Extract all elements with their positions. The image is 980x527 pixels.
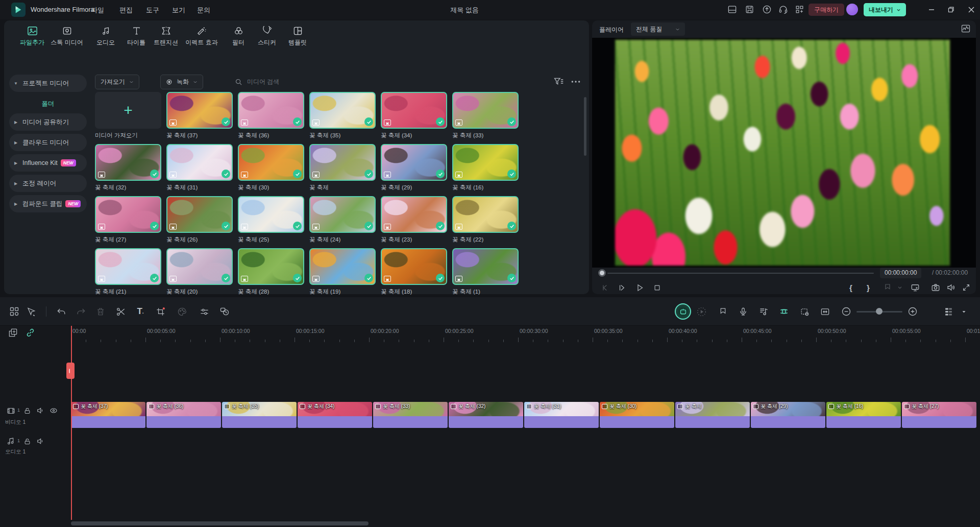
timeline-clip[interactable]: 꽃 축제 (30) <box>600 402 674 428</box>
media-tile[interactable] <box>452 196 519 233</box>
media-tile[interactable] <box>309 92 376 129</box>
adjust-sliders-icon[interactable] <box>198 305 210 318</box>
record-dropdown[interactable]: 녹화 <box>160 75 203 89</box>
video-visibility-icon[interactable] <box>49 406 58 415</box>
video-lock-icon[interactable] <box>22 406 32 415</box>
playback-progress-handle[interactable] <box>598 269 606 277</box>
minimize-button[interactable] <box>926 4 937 15</box>
histogram-icon[interactable] <box>961 23 971 34</box>
auto-clip-icon[interactable] <box>798 305 811 318</box>
track-layout-chevron-icon[interactable] <box>958 305 970 318</box>
media-tile[interactable] <box>452 92 519 129</box>
secondary-display-button[interactable] <box>910 282 921 293</box>
timeline-clip[interactable]: 꽃 축제 (31) <box>524 402 599 428</box>
timeline-clip[interactable]: 꽃 축제 (16) <box>826 402 901 428</box>
sidebar-item-2[interactable]: ▶미디어 공유하기 <box>9 113 87 131</box>
marker-flag-icon[interactable] <box>717 305 729 318</box>
media-search[interactable]: 미디어 검색 <box>235 78 279 86</box>
previous-frame-button[interactable] <box>599 282 610 293</box>
media-tile[interactable] <box>95 196 161 233</box>
media-tile[interactable] <box>452 248 519 285</box>
filter-icon[interactable] <box>553 76 564 87</box>
media-tile[interactable] <box>166 92 233 129</box>
split-scissors-icon[interactable] <box>114 305 127 318</box>
menu-2[interactable]: 편집 <box>119 6 133 15</box>
save-icon[interactable] <box>745 5 755 15</box>
media-tile[interactable] <box>166 196 233 233</box>
crop-icon[interactable] <box>154 305 166 318</box>
import-dropdown[interactable]: 가져오기 <box>95 75 139 89</box>
timeline-clip[interactable]: 꽃 축제 (36) <box>146 402 221 428</box>
tab-stock[interactable]: 스톡 미디어 <box>45 25 89 50</box>
mark-in-button[interactable]: { <box>845 282 856 293</box>
menu-3[interactable]: 도구 <box>146 6 159 15</box>
tab-template[interactable]: 템플릿 <box>276 25 320 50</box>
workspace-layout-icon[interactable] <box>727 5 738 15</box>
marker-button[interactable] <box>882 282 893 293</box>
color-palette-icon[interactable] <box>176 305 188 318</box>
playhead-line[interactable] <box>71 326 72 520</box>
play-button[interactable] <box>634 282 645 293</box>
menu-1[interactable]: 파일 <box>91 6 104 15</box>
zoom-in-icon[interactable] <box>906 305 919 318</box>
auto-ripple-link-icon[interactable] <box>26 328 35 338</box>
smart-cut-robot-icon[interactable] <box>778 305 790 318</box>
redo-icon[interactable] <box>75 305 87 318</box>
media-tile[interactable] <box>95 248 161 285</box>
timeline-ruler[interactable]: 00:0000:00:05:0000:00:10:0000:00:15:0000… <box>0 326 980 343</box>
timeline-clip[interactable]: 꽃 축제 (34) <box>298 402 372 428</box>
render-preview-icon[interactable] <box>695 305 707 318</box>
fullscreen-button[interactable] <box>961 282 972 293</box>
next-frame-button[interactable] <box>617 282 628 293</box>
media-grid-scrollbar[interactable] <box>584 97 586 156</box>
media-tile[interactable] <box>381 196 447 233</box>
media-tile[interactable] <box>381 144 447 181</box>
audio-mute-icon[interactable] <box>36 437 45 446</box>
timeline-clip[interactable]: 꽃 축제 (27) <box>902 402 976 428</box>
text-tool-icon[interactable]: T. <box>134 305 146 318</box>
media-tile[interactable] <box>452 144 519 181</box>
menu-5[interactable]: 문의 <box>197 6 210 15</box>
marker-chevron-icon[interactable] <box>894 282 905 293</box>
timeline-clip[interactable]: 꽃 축제 (33) <box>373 402 448 428</box>
media-tile[interactable] <box>238 92 304 129</box>
video-mute-icon[interactable] <box>36 406 45 415</box>
speed-ramp-icon[interactable] <box>218 305 231 318</box>
ai-copilot-button[interactable] <box>675 303 691 320</box>
maximize-button[interactable] <box>945 4 957 15</box>
media-manager-icon[interactable] <box>8 305 20 318</box>
buy-button[interactable]: 구매하기 <box>808 4 844 16</box>
media-tile[interactable] <box>238 248 304 285</box>
volume-button[interactable] <box>945 282 957 293</box>
media-tile[interactable] <box>381 92 447 129</box>
delete-icon[interactable] <box>94 305 107 318</box>
menu-4[interactable]: 보기 <box>172 6 185 15</box>
sidebar-item-5[interactable]: ▶조정 레이어 <box>9 175 87 192</box>
apps-grid-icon[interactable] <box>795 5 805 15</box>
sidebar-item-folder[interactable]: 폴더 <box>9 97 87 110</box>
media-tile[interactable] <box>238 196 304 233</box>
import-media-tile[interactable]: + <box>95 92 161 129</box>
media-tile[interactable] <box>166 144 233 181</box>
media-tile[interactable] <box>309 144 376 181</box>
sidebar-item-1[interactable]: ▼프로젝트 미디어 <box>9 75 87 92</box>
more-options-icon[interactable] <box>571 78 581 86</box>
media-tile[interactable] <box>309 248 376 285</box>
media-tile[interactable] <box>381 248 447 285</box>
timeline-horizontal-scrollbar[interactable] <box>71 521 369 525</box>
media-tile[interactable] <box>309 196 376 233</box>
quality-dropdown[interactable]: 전체 품질 <box>631 22 685 36</box>
export-button[interactable]: 내보내기 <box>864 3 906 16</box>
playback-progress-bar[interactable] <box>607 273 874 274</box>
timeline-clip[interactable]: 꽃 축제 <box>675 402 750 428</box>
timeline-zoom-handle[interactable] <box>876 308 883 315</box>
audio-lock-icon[interactable] <box>22 437 32 446</box>
timeline-clip[interactable]: 꽃 축제 (32) <box>449 402 523 428</box>
playhead-handle[interactable] <box>66 363 75 379</box>
timeline-clip[interactable]: 꽃 축제 (29) <box>751 402 825 428</box>
timeline-clip[interactable]: 꽃 축제 (37) <box>71 402 145 428</box>
fit-timeline-icon[interactable] <box>819 305 831 318</box>
upload-icon[interactable] <box>762 5 772 15</box>
media-tile[interactable] <box>166 248 233 285</box>
undo-icon[interactable] <box>55 305 67 318</box>
